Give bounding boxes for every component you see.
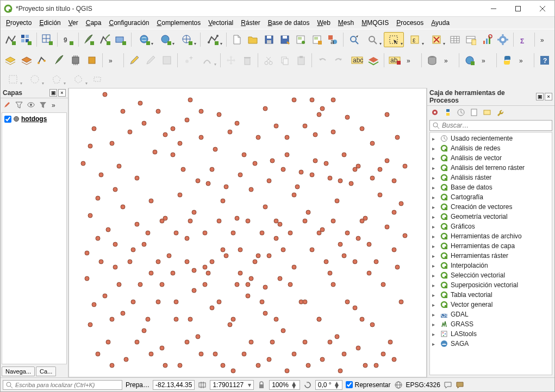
snap-circle-icon[interactable]: ▾: [24, 72, 45, 87]
vector-layer-icon[interactable]: [35, 53, 51, 68]
crs-label[interactable]: EPSG:4326: [406, 381, 440, 389]
gear-red-icon[interactable]: [429, 107, 440, 118]
toolbox-item-lastools[interactable]: ▸LAStools: [431, 329, 551, 339]
overflow-6-icon[interactable]: »: [516, 53, 531, 68]
toolbox-item-an-lisis-de-redes[interactable]: ▸Análisis de redes: [431, 143, 551, 153]
overflow-3-icon[interactable]: »: [403, 53, 419, 68]
filter-expr-icon[interactable]: [38, 99, 48, 110]
panel-close-icon[interactable]: ×: [58, 89, 66, 97]
toolbox-item-geometr-a-vectorial[interactable]: ▸Geometría vectorial: [431, 212, 551, 222]
vector-feather-icon[interactable]: [97, 32, 112, 47]
toolbox-item-tabla-vectorial[interactable]: ▸Tabla vectorial: [431, 290, 551, 300]
menu-ayuda[interactable]: Ayuda: [428, 18, 453, 28]
minimize-button[interactable]: [481, 1, 506, 16]
menu-capa[interactable]: Capa: [83, 18, 105, 28]
toolbox-undock-icon[interactable]: ▣: [536, 93, 544, 100]
toolbox-item-creaci-n-de-vectores[interactable]: ▸Creación de vectores: [431, 202, 551, 212]
crs-globe-icon[interactable]: [394, 381, 403, 389]
style-brush-icon[interactable]: [2, 99, 13, 110]
toolbox-item-grass[interactable]: ▸GRASS: [431, 319, 551, 329]
python-small-icon[interactable]: [442, 107, 453, 118]
field-calc-icon[interactable]: [464, 32, 478, 47]
toolbox-item-gdal[interactable]: ▸GDALGDAL: [431, 309, 551, 319]
label-highlight-icon[interactable]: ab: [387, 53, 402, 68]
comma-icon[interactable]: 9: [60, 32, 75, 47]
menu-mmqgis[interactable]: MMQGIS: [358, 18, 392, 28]
wms-icon[interactable]: [114, 32, 128, 47]
panel-undock-icon[interactable]: ▣: [49, 89, 57, 97]
save-icon[interactable]: [261, 32, 276, 47]
menu-complementos[interactable]: Complementos: [154, 18, 204, 28]
chip-orange-icon[interactable]: [84, 53, 99, 68]
delete-icon[interactable]: [240, 53, 255, 68]
results-doc-icon[interactable]: [469, 107, 479, 118]
layer-yellow-icon[interactable]: [3, 53, 18, 68]
locator-input[interactable]: [15, 382, 120, 388]
open-folder-icon[interactable]: [245, 32, 260, 47]
digitize-icon[interactable]: ▾: [197, 53, 217, 68]
toolbox-close-icon[interactable]: ×: [545, 93, 552, 100]
pixel-grid-icon[interactable]: [18, 32, 33, 47]
rotation-field[interactable]: 0,0 °▲▼: [315, 380, 343, 390]
chip-icon[interactable]: [68, 53, 83, 68]
globe-arrow-icon[interactable]: ▾: [134, 32, 154, 47]
map-canvas[interactable]: [68, 88, 427, 377]
toolbox-item-herramientas-de-archivo[interactable]: ▸Herramientas de archivo: [431, 231, 551, 241]
polyline-new-icon[interactable]: ▾: [203, 32, 223, 47]
toolbox-item-cartograf-a[interactable]: ▸Cartografía: [431, 192, 551, 202]
close-button[interactable]: [530, 1, 554, 16]
menu-procesos[interactable]: Procesos: [393, 18, 427, 28]
toolbox-item-vector-general[interactable]: ▸Vector general: [431, 300, 551, 309]
save-edits-icon[interactable]: [159, 53, 174, 68]
deselect-icon[interactable]: ▾: [426, 32, 446, 47]
python-icon[interactable]: [500, 53, 515, 68]
print-layout-icon[interactable]: [294, 32, 308, 47]
layer-visibility-checkbox[interactable]: [4, 116, 11, 123]
attribute-table-icon[interactable]: [447, 32, 462, 47]
move-feature-icon[interactable]: [223, 53, 239, 68]
copy-icon[interactable]: [277, 53, 292, 68]
snap-hex-icon[interactable]: ▾: [68, 72, 89, 87]
toolbox-search-input[interactable]: [442, 122, 550, 129]
identify-icon[interactable]: [346, 32, 361, 47]
tab-capas[interactable]: Ca...: [36, 366, 56, 376]
menu-mesh[interactable]: Mesh: [335, 18, 357, 28]
options-wrench-icon[interactable]: [495, 107, 506, 118]
globe-grid-icon[interactable]: ▾: [177, 32, 197, 47]
scale-field[interactable]: 1:7901127▾: [210, 380, 254, 390]
menu-ráster[interactable]: Ráster: [238, 18, 263, 28]
maximize-button[interactable]: [506, 1, 530, 16]
snap-grid-icon[interactable]: ▾: [3, 72, 23, 87]
menu-vectorial[interactable]: Vectorial: [205, 18, 236, 28]
feather-icon[interactable]: [82, 32, 96, 47]
locator-bar[interactable]: [3, 380, 122, 390]
overflow-5-icon[interactable]: »: [478, 53, 494, 68]
eye-icon[interactable]: [26, 99, 36, 110]
coords-field[interactable]: -82.13,44.35: [153, 380, 195, 390]
render-checkbox-label[interactable]: Representar: [346, 381, 390, 389]
redo-icon[interactable]: [331, 53, 346, 68]
sigma-icon[interactable]: Σ: [516, 32, 531, 47]
messages-log-icon[interactable]: [444, 381, 452, 389]
expand-icon[interactable]: »: [49, 99, 60, 110]
style-manager-icon[interactable]: a: [326, 32, 340, 47]
toolbox-item-herramientas-r-ster[interactable]: ▸Herramientas ráster: [431, 251, 551, 261]
lock-icon[interactable]: [257, 381, 266, 389]
toolbox-item-saga[interactable]: ▸SAGA: [431, 339, 551, 349]
extent-icon[interactable]: [198, 381, 207, 389]
snap-rect-icon[interactable]: [90, 72, 105, 87]
menu-proyecto[interactable]: Proyecto: [3, 18, 35, 28]
search-dropdown-icon[interactable]: ▾: [362, 32, 382, 47]
select-rect-icon[interactable]: ▾: [384, 32, 404, 47]
toolbox-item-usado-recientemente[interactable]: ▸Usado recientemente: [431, 134, 551, 143]
overflow-4-icon[interactable]: »: [441, 53, 456, 68]
menu-base-de-datos[interactable]: Base de datos: [265, 18, 313, 28]
new-file-icon[interactable]: [229, 32, 244, 47]
toolbox-item-base-de-datos[interactable]: ▸Base de datos: [431, 182, 551, 192]
toolbox-item-an-lisis-de-vector[interactable]: ▸Análisis de vector: [431, 153, 551, 163]
processing-gear-icon[interactable]: [496, 32, 510, 47]
rotation-icon[interactable]: [303, 381, 312, 389]
toolbox-item-herramientas-de-capa[interactable]: ▸Herramientas de capa: [431, 241, 551, 251]
layout-manager-icon[interactable]: [309, 32, 324, 47]
menu-edición[interactable]: Edición: [36, 18, 64, 28]
